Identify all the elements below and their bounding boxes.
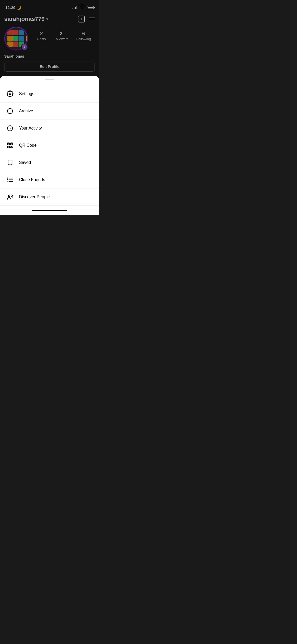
menu-item-close-friends[interactable]: Close Friends (0, 171, 99, 188)
svg-rect-10 (11, 143, 12, 144)
saved-label: Saved (19, 160, 31, 165)
close-friends-icon (6, 176, 14, 183)
menu-item-archive[interactable]: Archive (0, 103, 99, 120)
menu-item-qr-code[interactable]: QR Code (0, 137, 99, 154)
qr-code-icon (6, 142, 14, 149)
menu-item-saved[interactable]: Saved (0, 154, 99, 171)
activity-label: Your Activity (19, 126, 42, 131)
archive-label: Archive (19, 109, 33, 113)
settings-icon (6, 90, 14, 98)
menu-item-discover-people[interactable]: Discover People (0, 188, 99, 206)
saved-icon (6, 159, 14, 166)
svg-point-22 (8, 195, 10, 197)
discover-people-icon (6, 193, 14, 201)
sheet-handle (45, 79, 54, 80)
bottom-sheet: Settings Archive Your Activity (0, 76, 99, 215)
menu-item-settings[interactable]: Settings (0, 85, 99, 103)
discover-people-label: Discover People (19, 195, 50, 199)
svg-rect-11 (8, 146, 9, 147)
activity-icon (6, 125, 14, 132)
close-friends-label: Close Friends (19, 177, 45, 182)
settings-label: Settings (19, 91, 34, 96)
svg-rect-9 (8, 143, 9, 144)
qr-code-label: QR Code (19, 143, 37, 148)
home-bar (32, 210, 67, 211)
menu-item-your-activity[interactable]: Your Activity (0, 120, 99, 137)
svg-point-3 (9, 93, 11, 95)
archive-icon (6, 107, 14, 115)
home-indicator (0, 206, 99, 215)
